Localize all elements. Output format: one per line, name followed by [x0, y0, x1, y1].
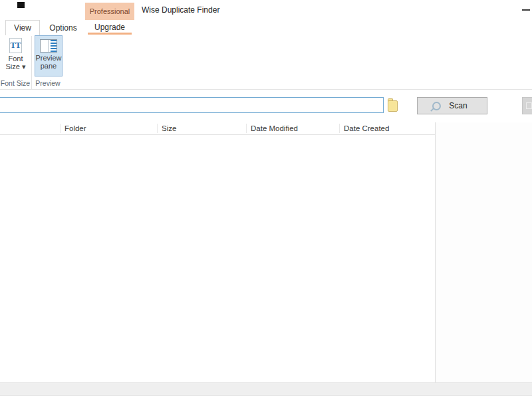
upgrade-accent-underline: [88, 33, 132, 35]
app-icon[interactable]: [17, 2, 25, 8]
font-size-label-line1: Font: [8, 55, 23, 63]
scan-button-label: Scan: [418, 98, 487, 114]
font-size-icon: TT: [9, 38, 22, 53]
delete-button[interactable]: Delete: [522, 97, 532, 114]
column-header-date-modified[interactable]: Date Modified: [251, 124, 298, 132]
status-bar: [0, 382, 532, 396]
tab-view[interactable]: View: [5, 20, 40, 35]
results-list: [0, 135, 435, 382]
column-separator: [339, 124, 340, 133]
minimize-icon: [522, 9, 530, 11]
tab-options[interactable]: Options: [43, 21, 84, 35]
font-size-group-label: Font Size: [0, 79, 31, 87]
window-title: Wise Duplicate Finder: [142, 5, 219, 15]
column-header-folder[interactable]: Folder: [65, 124, 86, 132]
preview-group-label: Preview: [31, 79, 65, 87]
column-separator: [157, 124, 158, 133]
path-input[interactable]: [0, 97, 384, 113]
preview-pane-label-line2: pane: [41, 62, 57, 70]
preview-pane-icon: [40, 39, 57, 53]
browse-folder-button[interactable]: [385, 97, 401, 114]
minimize-button[interactable]: [519, 3, 532, 17]
preview-pane-label-line1: Preview: [35, 54, 61, 62]
tab-upgrade[interactable]: Upgrade: [88, 21, 132, 33]
scan-button[interactable]: Scan: [417, 97, 487, 114]
column-separator: [60, 124, 61, 133]
column-separator: [246, 124, 247, 133]
column-header-size[interactable]: Size: [162, 124, 176, 132]
column-header-date-created[interactable]: Date Created: [344, 124, 389, 132]
ribbon-divider: [0, 89, 532, 90]
font-size-button[interactable]: TT Font Size ▾: [1, 35, 30, 78]
professional-badge: Professional: [85, 3, 134, 20]
table-header-row: Folder Size Date Modified Date Created: [0, 122, 436, 135]
preview-pane-button[interactable]: Preview pane: [35, 35, 63, 76]
font-size-label-line2: Size ▾: [6, 63, 26, 70]
delete-icon: [526, 102, 532, 109]
preview-pane: [435, 122, 532, 382]
